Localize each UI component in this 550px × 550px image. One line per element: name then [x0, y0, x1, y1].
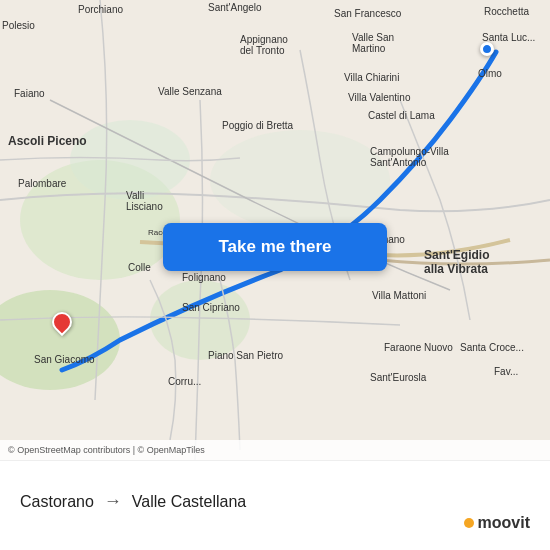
- attribution-text: © OpenStreetMap contributors | © OpenMap…: [8, 445, 205, 455]
- bottom-bar: Castorano → Valle Castellana moovit: [0, 460, 550, 550]
- moovit-logo: moovit: [464, 514, 530, 532]
- origin-marker: [52, 312, 72, 340]
- route-info: Castorano → Valle Castellana: [20, 491, 530, 512]
- destination-marker: [480, 42, 494, 56]
- route-from: Castorano: [20, 493, 94, 511]
- moovit-logo-dot: [464, 518, 474, 528]
- take-me-there-button[interactable]: Take me there: [163, 223, 387, 271]
- map-attribution: © OpenStreetMap contributors | © OpenMap…: [0, 440, 550, 460]
- route-to: Valle Castellana: [132, 493, 246, 511]
- moovit-logo-text: moovit: [478, 514, 530, 532]
- route-arrow: →: [104, 491, 122, 512]
- map-container: Porchiano Sant'Angelo San Francesco Rocc…: [0, 0, 550, 460]
- pin-head: [48, 308, 76, 336]
